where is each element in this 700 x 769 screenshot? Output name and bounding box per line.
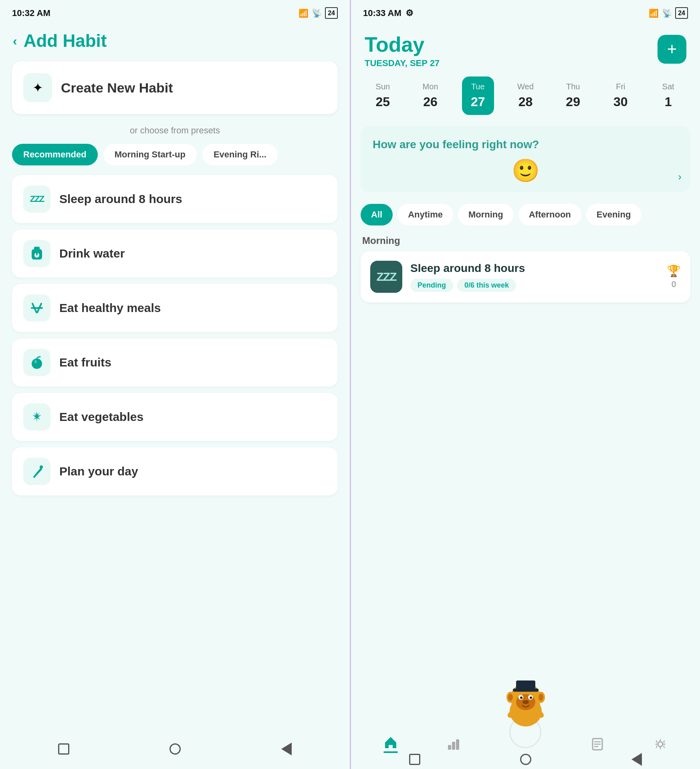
right-screen: 10:33 AM ⚙ 📶 📡 24 Today TUESDAY, SEP 27 … <box>350 0 700 769</box>
nav-circle-btn[interactable] <box>169 743 181 755</box>
left-screen: 10:32 AM 📶 📡 24 ‹ Add Habit ✦ Create New… <box>0 0 350 769</box>
filter-tab-evening[interactable]: Evening Ri... <box>202 144 278 165</box>
time-tab-evening[interactable]: Evening <box>586 204 641 225</box>
left-status-bar: 10:32 AM 📶 📡 24 <box>0 0 350 23</box>
habit-item-fruits[interactable]: Eat fruits <box>12 338 338 387</box>
right-status-bar: 10:33 AM ⚙ 📶 📡 24 <box>351 0 700 23</box>
today-title: Today <box>365 32 440 56</box>
filter-tabs: Recommended Morning Start-up Evening Ri.… <box>0 144 350 165</box>
sleep-habit-card-icon: ZZZ <box>370 261 402 293</box>
habit-name-fruits: Eat fruits <box>59 356 111 369</box>
right-header: Today TUESDAY, SEP 27 + <box>351 23 700 72</box>
nav-square-btn[interactable] <box>58 743 69 755</box>
habit-item-vegetables[interactable]: Eat vegetables <box>12 393 338 441</box>
habit-name-water: Drink water <box>59 247 125 260</box>
vegetables-icon <box>23 403 50 431</box>
habit-item-eat-healthy[interactable]: Eat healthy meals <box>12 284 338 332</box>
svg-rect-28 <box>456 739 459 750</box>
svg-point-9 <box>40 465 43 469</box>
svg-point-8 <box>34 360 37 363</box>
svg-rect-27 <box>452 742 455 750</box>
mood-emoji: 🙂 <box>373 157 678 184</box>
left-header: ‹ Add Habit <box>0 23 350 57</box>
filter-tab-recommended[interactable]: Recommended <box>12 144 98 165</box>
journal-icon <box>590 737 605 751</box>
cal-day-sat[interactable]: Sat 1 <box>652 76 684 115</box>
plan-icon <box>23 458 50 485</box>
add-habit-button[interactable]: + <box>658 35 686 64</box>
nav-settings[interactable] <box>653 737 668 751</box>
signal-icon: 📶 <box>299 8 309 18</box>
battery-icon: 24 <box>325 7 338 19</box>
presets-label: or choose from presets <box>0 125 350 136</box>
today-date: TUESDAY, SEP 27 <box>365 58 440 68</box>
right-nav-circle-btn[interactable] <box>520 754 531 765</box>
svg-point-7 <box>32 358 42 369</box>
time-tab-morning[interactable]: Morning <box>458 204 514 225</box>
week-badge: 0/6 this week <box>457 279 516 292</box>
cal-day-fri[interactable]: Fri 30 <box>605 76 637 115</box>
habit-name-plan: Plan your day <box>59 465 138 478</box>
cal-day-sun[interactable]: Sun 25 <box>367 76 399 115</box>
svg-point-23 <box>539 694 543 701</box>
right-status-icons: 📶 📡 24 <box>649 7 688 19</box>
morning-section-label: Morning <box>351 234 700 251</box>
nav-home[interactable] <box>383 735 398 753</box>
left-status-icons: 📶 📡 24 <box>299 7 338 19</box>
nav-stats[interactable] <box>446 737 461 751</box>
svg-rect-1 <box>34 247 40 250</box>
habit-name-eat-healthy: Eat healthy meals <box>59 301 161 315</box>
time-tab-anytime[interactable]: Anytime <box>397 204 453 225</box>
habit-item-sleep[interactable]: ZZZ Sleep around 8 hours <box>12 175 338 223</box>
create-new-habit-card[interactable]: ✦ Create New Habit <box>12 61 338 114</box>
today-info: Today TUESDAY, SEP 27 <box>365 32 440 68</box>
right-signal-icon: 📶 <box>649 8 659 18</box>
svg-rect-3 <box>36 252 38 256</box>
time-tab-afternoon[interactable]: Afternoon <box>518 204 581 225</box>
right-wifi-icon: 📡 <box>662 8 672 18</box>
create-habit-icon: ✦ <box>23 73 52 102</box>
right-battery-icon: 24 <box>675 7 688 19</box>
svg-point-19 <box>522 700 529 704</box>
calendar-strip: Sun 25 Mon 26 Tue 27 Wed 28 Thu 29 Fri 3… <box>351 72 700 123</box>
page-title: Add Habit <box>24 31 107 51</box>
sleep-habit-card[interactable]: ZZZ Sleep around 8 hours Pending 0/6 thi… <box>361 251 690 302</box>
cal-day-wed[interactable]: Wed 28 <box>509 76 541 115</box>
trophy-icon: 🏆 <box>667 264 681 278</box>
habit-item-water[interactable]: Drink water <box>12 229 338 278</box>
svg-point-18 <box>530 697 532 699</box>
habit-name-sleep: Sleep around 8 hours <box>59 192 182 206</box>
nav-back-btn[interactable] <box>281 743 292 755</box>
mascot-character <box>498 673 554 729</box>
cal-day-tue[interactable]: Tue 27 <box>462 76 494 115</box>
time-tab-all[interactable]: All <box>361 204 393 225</box>
habit-card-name: Sleep around 8 hours <box>410 262 659 275</box>
svg-point-17 <box>520 697 522 699</box>
nav-journal[interactable] <box>590 737 605 751</box>
left-bottom-nav <box>0 733 350 769</box>
habit-name-vegetables: Eat vegetables <box>59 410 143 424</box>
svg-rect-13 <box>513 688 539 692</box>
habit-item-plan[interactable]: Plan your day <box>12 447 338 495</box>
right-system-nav <box>351 753 700 766</box>
eat-healthy-icon <box>23 294 50 322</box>
right-time: 10:33 AM <box>363 8 401 18</box>
time-filter-tabs: All Anytime Morning Afternoon Evening <box>351 200 700 229</box>
mood-card[interactable]: How are you feeling right now? 🙂 › <box>361 126 690 192</box>
cal-day-thu[interactable]: Thu 29 <box>557 76 589 115</box>
back-button[interactable]: ‹ <box>13 34 17 48</box>
mood-chevron-icon: › <box>678 171 682 183</box>
settings-icon <box>653 737 668 751</box>
settings-gear-status: ⚙ <box>405 8 414 18</box>
filter-tab-morning[interactable]: Morning Start-up <box>103 144 197 165</box>
svg-point-22 <box>508 694 513 701</box>
cal-day-mon[interactable]: Mon 26 <box>414 76 446 115</box>
habit-card-info: Sleep around 8 hours Pending 0/6 this we… <box>410 262 659 292</box>
right-nav-back-btn[interactable] <box>631 753 642 766</box>
habit-card-meta: 🏆 0 <box>667 264 681 290</box>
sleep-icon: ZZZ <box>23 185 50 213</box>
fruits-icon <box>23 349 50 376</box>
home-icon <box>383 735 398 750</box>
right-nav-square-btn[interactable] <box>409 754 420 765</box>
streak-number: 0 <box>671 279 676 290</box>
